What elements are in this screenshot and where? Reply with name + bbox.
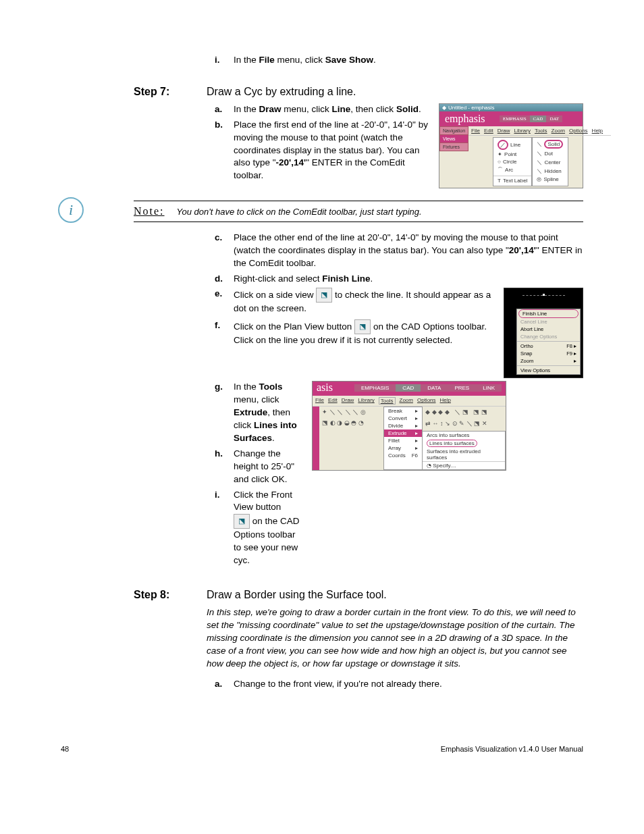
mode-tab[interactable]: EMPHASIS <box>354 384 396 392</box>
list-item: g. In the Tools menu, click Extrude, the… <box>215 381 302 444</box>
arc-icon: ⌒ <box>498 166 503 174</box>
menu-options[interactable]: Options <box>417 397 436 405</box>
sidebar: Navigation Views Fixtures <box>439 126 468 188</box>
menu-item-convert[interactable]: Convert▸ <box>384 415 422 422</box>
toolbar-row: ◆ ◆ ◆ ◆ ＼ ⬔ ⬔ ⬔ <box>423 407 506 418</box>
menu-item-arc[interactable]: ⌒Arc <box>493 165 531 174</box>
list-body: In the File menu, click Save Show. <box>234 54 583 67</box>
mode-tab[interactable]: EMPHASIS <box>500 115 530 122</box>
list-item: b. Place the first end of the line at -2… <box>215 119 429 182</box>
app-logo-bar: asis EMPHASIS CAD DATA PRES LINK <box>313 382 506 396</box>
step-title: Draw a Cyc by extruding a line. <box>207 86 583 98</box>
toolbar-row: ✦ ＼ ＼ ＼ ＼ ◎ <box>319 407 384 418</box>
menu-item-dot[interactable]: ＼Dot <box>533 149 568 158</box>
text-icon: T <box>498 178 501 184</box>
menu-item-lines-into-surfaces[interactable]: Lines into surfaces <box>423 439 505 448</box>
list-item: c. Place the other end of the line at 20… <box>215 232 583 270</box>
menu-item-array[interactable]: Array▸ <box>384 444 422 452</box>
menu-item-finish-line[interactable]: Finish Line <box>518 309 579 318</box>
step-heading: Step 8: Draw a Border using the Surface … <box>134 589 583 601</box>
menu-draw[interactable]: Draw <box>342 397 354 405</box>
menu-item-specify[interactable]: ◔ Specify.... <box>423 461 505 469</box>
menu-item-break[interactable]: Break▸ <box>384 407 422 415</box>
sidebar-item[interactable]: Fixtures <box>439 142 468 151</box>
list-item: h. Change the height to 25'-0" and click… <box>215 448 302 486</box>
menu-tools[interactable]: Tools <box>379 397 396 405</box>
menu-file[interactable]: File <box>471 128 480 134</box>
front-view-icon: ⬔ <box>234 514 250 529</box>
note-label: Note: <box>134 205 165 217</box>
toolbar-row: ⇄ ↔ ↕ ↘ ⊙ ✎ ＼ ⬔ ✕ <box>423 418 506 429</box>
menu-help[interactable]: Help <box>440 397 451 405</box>
menu-options[interactable]: Options <box>569 128 588 134</box>
menu-library[interactable]: Library <box>514 128 530 134</box>
note-text: You don't have to click on the ComEdit t… <box>177 207 422 217</box>
list-item: i. In the File menu, click Save Show. <box>215 54 583 67</box>
menu-item-circle[interactable]: ○Circle <box>493 158 531 165</box>
hidden-icon: ＼ <box>537 167 542 175</box>
menu-zoom[interactable]: Zoom <box>400 397 413 405</box>
menu-zoom[interactable]: Zoom <box>552 128 565 134</box>
step-label: Step 8: <box>134 589 207 601</box>
menu-item-extrude[interactable]: Extrude▸ <box>384 429 422 437</box>
app-icon: ◆ <box>442 105 446 111</box>
dot-icon: ＼ <box>537 150 542 157</box>
step-title: Draw a Border using the Surface tool. <box>207 589 583 601</box>
screenshot-draw-menu: ◆Untitled - emphasis emphasis EMPHASIS C… <box>439 103 583 188</box>
screenshot-context-menu: Finish Line Cancel Line Abort Line Chang… <box>504 288 583 378</box>
menu-item-line[interactable]: ／Line <box>493 139 531 151</box>
point-icon: ✦ <box>498 151 502 157</box>
menu-item-surfaces-into-extruded[interactable]: Surfaces into extruded surfaces <box>423 448 505 461</box>
mode-tab[interactable]: DATA <box>421 384 448 392</box>
menu-item-divide[interactable]: Divide▸ <box>384 422 422 429</box>
menu-item-abort-line[interactable]: Abort Line <box>517 325 580 333</box>
line-icon: ／ <box>498 140 508 150</box>
context-menu: Finish Line Cancel Line Abort Line Chang… <box>516 309 581 375</box>
window-titlebar: ◆Untitled - emphasis <box>439 104 583 111</box>
menu-item-center[interactable]: ＼Center <box>533 158 568 167</box>
menu-library[interactable]: Library <box>358 397 374 405</box>
menu-item-arcs-into-surfaces[interactable]: Arcs into surfaces <box>423 432 505 439</box>
menu-item-point[interactable]: ✦Point <box>493 151 531 158</box>
solid-icon: ＼ <box>537 140 542 148</box>
menu-item-zoom[interactable]: Zoom▸ <box>517 357 580 365</box>
circle-icon: ○ <box>498 159 501 165</box>
mode-tab[interactable]: DAT <box>546 115 562 122</box>
step-intro: In this step, we're going to draw a bord… <box>207 606 583 670</box>
mode-tab[interactable]: PRES <box>448 384 476 392</box>
step-label: Step 7: <box>134 86 207 98</box>
mode-tab[interactable]: CAD <box>530 115 547 122</box>
mode-tab[interactable]: LINK <box>476 384 502 392</box>
menu-tools[interactable]: Tools <box>535 128 547 134</box>
menu-item-view-options[interactable]: View Options <box>517 367 580 374</box>
draw-dropdown: ／Line ✦Point ○Circle ⌒Arc TText Label <box>493 137 532 186</box>
menu-item-snap[interactable]: SnapF9 ▸ <box>517 350 580 357</box>
menu-file[interactable]: File <box>315 397 324 405</box>
menu-help[interactable]: Help <box>592 128 603 134</box>
menu-item-spline[interactable]: ◎Spline <box>533 176 568 183</box>
menu-item-solid[interactable]: ＼Solid <box>533 139 568 149</box>
mode-tab[interactable]: CAD <box>396 384 421 392</box>
extrude-submenu: Arcs into surfaces Lines into surfaces S… <box>422 431 506 470</box>
tools-dropdown: Break▸ Convert▸ Divide▸ Extrude▸ Fillet▸… <box>383 407 423 470</box>
plan-view-icon: ⬔ <box>354 319 371 334</box>
note-block: i Note: You don't have to click on the C… <box>134 201 583 222</box>
specify-icon: ◔ <box>427 463 431 469</box>
side-view-icon: ⬔ <box>316 288 332 303</box>
menu-item-ortho[interactable]: OrthoF8 ▸ <box>517 342 580 350</box>
spline-icon: ◎ <box>537 176 541 182</box>
screenshot-tools-menu: asis EMPHASIS CAD DATA PRES LINK File Ed… <box>312 381 506 471</box>
doc-title: Emphasis Visualization v1.4.0 User Manua… <box>441 745 583 753</box>
menubar: File Edit Draw Library Tools Zoom Option… <box>313 396 506 407</box>
app-logo-bar: emphasis EMPHASIS CAD DAT <box>439 111 583 126</box>
menu-draw[interactable]: Draw <box>498 128 510 134</box>
menu-edit[interactable]: Edit <box>484 128 493 134</box>
menu-item-text-label[interactable]: TText Label <box>493 176 531 184</box>
menu-edit[interactable]: Edit <box>328 397 338 405</box>
menu-item-fillet[interactable]: Fillet▸ <box>384 437 422 444</box>
menu-item-hidden[interactable]: ＼Hidden <box>533 167 568 176</box>
page-number: 48 <box>61 745 69 753</box>
menu-item-coords[interactable]: CoordsF6 <box>384 452 422 459</box>
list-item: a. Change to the front view, if you're n… <box>215 678 583 691</box>
line-submenu: ＼Solid ＼Dot ＼Center ＼Hidden ◎Spline <box>532 137 568 186</box>
